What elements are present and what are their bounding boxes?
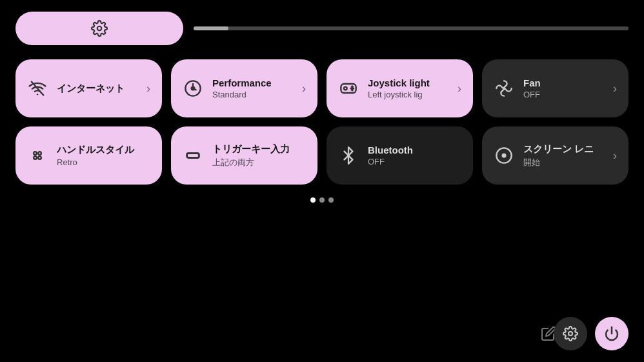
tile-internet[interactable]: インターネット › — [15, 59, 162, 117]
record-icon — [494, 145, 514, 166]
svg-point-18 — [502, 154, 507, 158]
tile-trigger-key[interactable]: トリガーキー入力 上記の両方 — [171, 126, 317, 185]
tile-performance-text: Performance Standard — [212, 77, 293, 99]
tile-joystick-text: Joystick light Left joystick lig — [368, 77, 448, 99]
tile-internet-text: インターネット — [57, 83, 137, 95]
power-button[interactable] — [595, 317, 629, 350]
tile-screen-arrow: › — [613, 149, 617, 163]
svg-rect-16 — [187, 154, 199, 158]
fan-icon — [494, 78, 514, 99]
power-icon — [604, 326, 619, 341]
joystick-icon — [338, 78, 359, 99]
svg-point-14 — [34, 156, 37, 159]
settings-pill-icon — [91, 20, 108, 37]
tile-handle-subtitle: Retro — [57, 157, 150, 167]
tile-handle-title: ハンドルスタイル — [57, 144, 150, 156]
tile-trigger-text: トリガーキー入力 上記の両方 — [212, 143, 306, 168]
bottom-gear-icon — [563, 326, 578, 341]
svg-point-11 — [503, 87, 506, 90]
wifi-icon — [27, 78, 48, 99]
pagination-dot-1[interactable] — [310, 197, 316, 203]
tile-handle-style[interactable]: ハンドルスタイル Retro — [15, 126, 162, 185]
svg-point-4 — [191, 86, 196, 91]
tile-bluetooth[interactable]: Bluetooth OFF — [327, 126, 473, 185]
svg-point-13 — [38, 152, 41, 155]
pagination-dot-2[interactable] — [319, 197, 325, 203]
svg-point-0 — [97, 26, 102, 31]
handle-icon — [27, 145, 48, 166]
tile-bluetooth-title: Bluetooth — [368, 145, 461, 156]
tile-screen-recording[interactable]: スクリーン レニ 開始 › — [482, 126, 629, 185]
tile-performance-subtitle: Standard — [212, 90, 293, 99]
performance-icon — [183, 78, 203, 99]
tile-performance-title: Performance — [212, 77, 293, 88]
svg-point-15 — [38, 156, 41, 159]
tile-fan-title: Fan — [523, 77, 604, 88]
tile-bluetooth-text: Bluetooth OFF — [368, 145, 461, 166]
tile-internet-title: インターネット — [57, 83, 137, 95]
tile-bluetooth-subtitle: OFF — [368, 157, 461, 166]
tile-handle-text: ハンドルスタイル Retro — [57, 144, 150, 167]
top-bar — [0, 0, 644, 45]
tile-fan-arrow: › — [613, 82, 617, 96]
settings-pill[interactable] — [15, 12, 183, 45]
bottom-right-buttons — [554, 317, 629, 350]
tile-fan[interactable]: Fan OFF › — [482, 59, 629, 117]
tile-trigger-subtitle: 上記の両方 — [212, 157, 306, 168]
tile-joystick-title: Joystick light — [368, 77, 448, 88]
bluetooth-icon — [338, 145, 359, 166]
tile-performance-arrow: › — [302, 82, 306, 96]
tile-joystick-subtitle: Left joystick lig — [368, 90, 448, 99]
trigger-icon — [183, 145, 203, 166]
tiles-grid: インターネット › Performance Standard › — [0, 48, 644, 196]
tile-performance[interactable]: Performance Standard › — [171, 59, 317, 117]
tile-screen-subtitle: 開始 — [523, 157, 604, 168]
pagination-dot-3[interactable] — [328, 197, 334, 203]
svg-point-12 — [34, 152, 37, 155]
svg-point-19 — [569, 332, 572, 336]
tile-joystick-arrow: › — [458, 82, 461, 96]
tile-joystick-light[interactable]: Joystick light Left joystick lig › — [327, 59, 473, 117]
brightness-bar[interactable] — [194, 12, 629, 45]
tile-fan-text: Fan OFF — [523, 77, 604, 99]
tile-internet-arrow: › — [146, 82, 150, 96]
bottom-settings-button[interactable] — [554, 317, 587, 350]
svg-point-6 — [344, 87, 347, 90]
pagination-dots — [0, 197, 644, 203]
svg-point-1 — [37, 94, 38, 95]
tile-screen-title: スクリーン レニ — [523, 143, 604, 156]
tile-screen-text: スクリーン レニ 開始 — [523, 143, 604, 168]
tile-trigger-title: トリガーキー入力 — [212, 143, 306, 156]
tile-fan-subtitle: OFF — [523, 90, 604, 99]
